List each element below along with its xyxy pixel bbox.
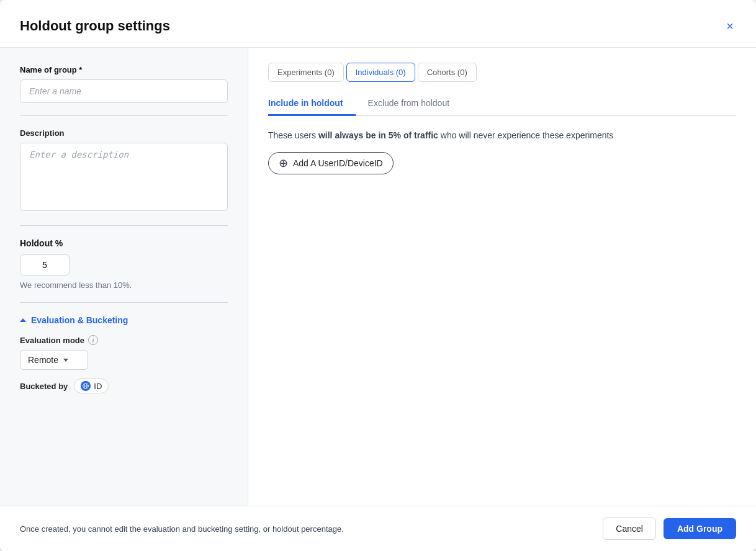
modal: Holdout group settings × Name of group *… [0, 0, 756, 551]
modal-title: Holdout group settings [20, 18, 170, 34]
id-badge: ID [74, 379, 109, 393]
tab-experiments[interactable]: Experiments (0) [268, 63, 344, 82]
tab-individuals[interactable]: Individuals (0) [346, 63, 415, 82]
footer-actions: Cancel Add Group [603, 517, 736, 540]
eval-mode-label: Evaluation mode i [20, 335, 228, 345]
info-text: These users will always be in 5% of traf… [268, 128, 736, 142]
eval-heading[interactable]: Evaluation & Bucketing [20, 315, 228, 325]
bucketed-by-label: Bucketed by [20, 382, 68, 391]
modal-body: Name of group * Description Holdout % We… [0, 48, 756, 506]
info-text-bold: will always be in 5% of traffic [318, 130, 438, 140]
id-badge-label: ID [94, 382, 102, 391]
eval-section: Evaluation & Bucketing Evaluation mode i… [20, 315, 228, 393]
modal-footer: Once created, you cannot edit the evalua… [0, 506, 756, 551]
right-panel: Experiments (0) Individuals (0) Cohorts … [248, 48, 756, 506]
holdout-input[interactable] [20, 254, 70, 276]
chevron-down-icon [63, 359, 68, 362]
name-section: Name of group * [20, 65, 228, 103]
description-label: Description [20, 128, 228, 138]
eval-mode-value: Remote [28, 355, 58, 365]
tab-cohorts[interactable]: Cohorts (0) [418, 63, 477, 82]
globe-icon [81, 381, 91, 391]
add-group-button[interactable]: Add Group [664, 518, 736, 539]
add-userid-button[interactable]: ⊕ Add A UserID/DeviceID [268, 152, 394, 174]
cancel-button[interactable]: Cancel [603, 517, 656, 540]
plus-circle-icon: ⊕ [279, 158, 288, 169]
holdout-section: Holdout % We recommend less than 10%. [20, 238, 228, 290]
chevron-up-icon [20, 318, 26, 322]
name-input[interactable] [20, 79, 228, 103]
add-userid-label: Add A UserID/DeviceID [293, 158, 383, 168]
sub-tab-include[interactable]: Include in holdout [268, 92, 356, 116]
footer-notice: Once created, you cannot edit the evalua… [20, 524, 344, 534]
holdout-label: Holdout % [20, 238, 228, 248]
modal-header: Holdout group settings × [0, 0, 756, 48]
recommend-text: We recommend less than 10%. [20, 280, 228, 290]
bucketed-row: Bucketed by ID [20, 379, 228, 393]
divider-1 [20, 115, 228, 116]
divider-2 [20, 225, 228, 226]
description-section: Description [20, 128, 228, 213]
left-panel: Name of group * Description Holdout % We… [0, 48, 248, 506]
eval-mode-select[interactable]: Remote [20, 350, 88, 370]
eval-heading-label: Evaluation & Bucketing [31, 315, 128, 325]
name-label: Name of group * [20, 65, 228, 74]
sub-tab-exclude[interactable]: Exclude from holdout [368, 92, 462, 116]
description-input[interactable] [20, 143, 228, 211]
close-button[interactable]: × [724, 17, 736, 35]
top-tabs-row: Experiments (0) Individuals (0) Cohorts … [268, 63, 736, 82]
info-text-pre: These users [268, 130, 318, 140]
divider-3 [20, 302, 228, 303]
info-icon: i [88, 335, 98, 345]
info-text-post: who will never experience these experime… [438, 130, 613, 140]
sub-tabs-row: Include in holdout Exclude from holdout [268, 92, 736, 116]
